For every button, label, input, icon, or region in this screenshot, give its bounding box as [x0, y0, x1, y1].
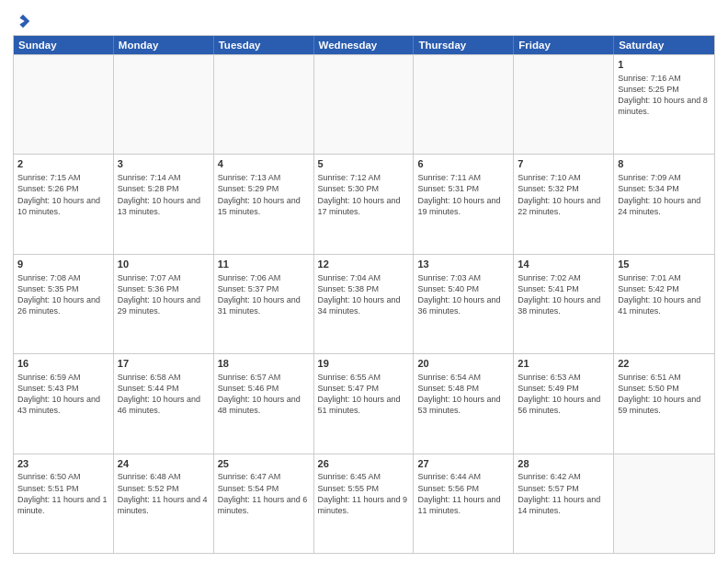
day-cell-5: 5Sunrise: 7:12 AM Sunset: 5:30 PM Daylig… — [314, 155, 415, 253]
day-number: 24 — [118, 457, 210, 471]
day-number: 28 — [518, 457, 609, 471]
day-info: Sunrise: 7:10 AM Sunset: 5:32 PM Dayligh… — [518, 172, 609, 217]
calendar-row-1: 1Sunrise: 7:16 AM Sunset: 5:25 PM Daylig… — [14, 54, 714, 154]
day-cell-17: 17Sunrise: 6:58 AM Sunset: 5:44 PM Dayli… — [114, 354, 214, 453]
day-cell-21: 21Sunrise: 6:53 AM Sunset: 5:49 PM Dayli… — [514, 354, 614, 453]
day-number: 3 — [118, 157, 210, 171]
day-info: Sunrise: 6:50 AM Sunset: 5:51 PM Dayligh… — [17, 471, 109, 516]
day-cell-3: 3Sunrise: 7:14 AM Sunset: 5:28 PM Daylig… — [114, 155, 214, 253]
day-info: Sunrise: 7:03 AM Sunset: 5:40 PM Dayligh… — [417, 272, 509, 317]
day-info: Sunrise: 6:57 AM Sunset: 5:46 PM Dayligh… — [218, 372, 310, 417]
day-cell-2: 2Sunrise: 7:15 AM Sunset: 5:26 PM Daylig… — [14, 155, 114, 253]
day-info: Sunrise: 7:09 AM Sunset: 5:34 PM Dayligh… — [618, 172, 711, 217]
day-number: 19 — [318, 357, 410, 371]
logo-text — [13, 13, 31, 29]
empty-cell-0-2 — [214, 55, 314, 154]
day-info: Sunrise: 6:47 AM Sunset: 5:54 PM Dayligh… — [218, 471, 310, 516]
day-number: 2 — [17, 157, 109, 171]
day-cell-13: 13Sunrise: 7:03 AM Sunset: 5:40 PM Dayli… — [414, 255, 514, 353]
day-info: Sunrise: 6:42 AM Sunset: 5:57 PM Dayligh… — [518, 471, 609, 516]
calendar-row-2: 2Sunrise: 7:15 AM Sunset: 5:26 PM Daylig… — [14, 154, 714, 253]
weekday-header-saturday: Saturday — [614, 36, 714, 54]
empty-cell-0-1 — [114, 55, 214, 154]
day-number: 7 — [518, 157, 609, 171]
day-info: Sunrise: 7:08 AM Sunset: 5:35 PM Dayligh… — [17, 272, 109, 317]
day-info: Sunrise: 7:14 AM Sunset: 5:28 PM Dayligh… — [118, 172, 210, 217]
day-cell-9: 9Sunrise: 7:08 AM Sunset: 5:35 PM Daylig… — [14, 255, 114, 353]
calendar: SundayMondayTuesdayWednesdayThursdayFrid… — [13, 35, 715, 554]
day-cell-10: 10Sunrise: 7:07 AM Sunset: 5:36 PM Dayli… — [114, 255, 214, 353]
day-cell-4: 4Sunrise: 7:13 AM Sunset: 5:29 PM Daylig… — [214, 155, 314, 253]
weekday-header-wednesday: Wednesday — [314, 36, 415, 54]
day-number: 12 — [318, 258, 410, 271]
day-info: Sunrise: 7:11 AM Sunset: 5:31 PM Dayligh… — [417, 172, 509, 217]
day-number: 6 — [417, 157, 509, 171]
day-info: Sunrise: 6:51 AM Sunset: 5:50 PM Dayligh… — [618, 372, 711, 417]
day-number: 22 — [618, 357, 711, 371]
day-cell-27: 27Sunrise: 6:44 AM Sunset: 5:56 PM Dayli… — [414, 454, 514, 553]
day-info: Sunrise: 6:53 AM Sunset: 5:49 PM Dayligh… — [518, 372, 609, 417]
day-info: Sunrise: 7:12 AM Sunset: 5:30 PM Dayligh… — [318, 172, 410, 217]
day-cell-23: 23Sunrise: 6:50 AM Sunset: 5:51 PM Dayli… — [14, 454, 114, 553]
weekday-header-sunday: Sunday — [14, 36, 114, 54]
weekday-header-thursday: Thursday — [414, 36, 514, 54]
calendar-row-3: 9Sunrise: 7:08 AM Sunset: 5:35 PM Daylig… — [14, 254, 714, 353]
day-cell-1: 1Sunrise: 7:16 AM Sunset: 5:25 PM Daylig… — [614, 55, 714, 154]
day-info: Sunrise: 7:06 AM Sunset: 5:37 PM Dayligh… — [218, 272, 310, 317]
calendar-row-4: 16Sunrise: 6:59 AM Sunset: 5:43 PM Dayli… — [14, 353, 714, 453]
calendar-row-5: 23Sunrise: 6:50 AM Sunset: 5:51 PM Dayli… — [14, 454, 714, 553]
day-info: Sunrise: 7:07 AM Sunset: 5:36 PM Dayligh… — [118, 272, 210, 317]
day-info: Sunrise: 6:45 AM Sunset: 5:55 PM Dayligh… — [318, 471, 410, 516]
calendar-body: 1Sunrise: 7:16 AM Sunset: 5:25 PM Daylig… — [14, 54, 714, 553]
day-number: 27 — [417, 457, 509, 471]
day-info: Sunrise: 7:15 AM Sunset: 5:26 PM Dayligh… — [17, 172, 109, 217]
day-info: Sunrise: 6:54 AM Sunset: 5:48 PM Dayligh… — [417, 372, 509, 417]
day-info: Sunrise: 6:55 AM Sunset: 5:47 PM Dayligh… — [318, 372, 410, 417]
day-number: 10 — [118, 258, 210, 271]
day-number: 9 — [17, 258, 109, 271]
header — [13, 9, 715, 29]
empty-cell-0-0 — [14, 55, 114, 154]
day-info: Sunrise: 6:59 AM Sunset: 5:43 PM Dayligh… — [17, 372, 109, 417]
day-cell-14: 14Sunrise: 7:02 AM Sunset: 5:41 PM Dayli… — [514, 255, 614, 353]
calendar-header: SundayMondayTuesdayWednesdayThursdayFrid… — [14, 36, 714, 54]
empty-cell-4-6 — [614, 454, 714, 553]
day-number: 15 — [618, 258, 711, 271]
day-number: 14 — [518, 258, 609, 271]
weekday-header-friday: Friday — [514, 36, 614, 54]
day-cell-26: 26Sunrise: 6:45 AM Sunset: 5:55 PM Dayli… — [314, 454, 415, 553]
day-number: 26 — [318, 457, 410, 471]
day-cell-28: 28Sunrise: 6:42 AM Sunset: 5:57 PM Dayli… — [514, 454, 614, 553]
day-number: 20 — [417, 357, 509, 371]
day-info: Sunrise: 7:02 AM Sunset: 5:41 PM Dayligh… — [518, 272, 609, 317]
day-number: 13 — [417, 258, 509, 271]
day-cell-16: 16Sunrise: 6:59 AM Sunset: 5:43 PM Dayli… — [14, 354, 114, 453]
day-number: 8 — [618, 157, 711, 171]
day-info: Sunrise: 7:16 AM Sunset: 5:25 PM Dayligh… — [618, 73, 711, 118]
svg-marker-0 — [19, 15, 29, 28]
day-number: 18 — [218, 357, 310, 371]
day-cell-12: 12Sunrise: 7:04 AM Sunset: 5:38 PM Dayli… — [314, 255, 415, 353]
day-info: Sunrise: 7:13 AM Sunset: 5:29 PM Dayligh… — [218, 172, 310, 217]
day-number: 5 — [318, 157, 410, 171]
day-cell-24: 24Sunrise: 6:48 AM Sunset: 5:52 PM Dayli… — [114, 454, 214, 553]
day-number: 11 — [218, 258, 310, 271]
day-cell-7: 7Sunrise: 7:10 AM Sunset: 5:32 PM Daylig… — [514, 155, 614, 253]
day-info: Sunrise: 7:04 AM Sunset: 5:38 PM Dayligh… — [318, 272, 410, 317]
logo — [13, 13, 31, 29]
page: SundayMondayTuesdayWednesdayThursdayFrid… — [0, 0, 728, 563]
day-number: 23 — [17, 457, 109, 471]
day-cell-6: 6Sunrise: 7:11 AM Sunset: 5:31 PM Daylig… — [414, 155, 514, 253]
day-cell-11: 11Sunrise: 7:06 AM Sunset: 5:37 PM Dayli… — [214, 255, 314, 353]
day-number: 25 — [218, 457, 310, 471]
weekday-header-monday: Monday — [114, 36, 214, 54]
empty-cell-0-3 — [314, 55, 415, 154]
weekday-header-tuesday: Tuesday — [214, 36, 314, 54]
day-number: 21 — [518, 357, 609, 371]
day-cell-8: 8Sunrise: 7:09 AM Sunset: 5:34 PM Daylig… — [614, 155, 714, 253]
day-cell-18: 18Sunrise: 6:57 AM Sunset: 5:46 PM Dayli… — [214, 354, 314, 453]
day-info: Sunrise: 6:44 AM Sunset: 5:56 PM Dayligh… — [417, 471, 509, 516]
day-cell-22: 22Sunrise: 6:51 AM Sunset: 5:50 PM Dayli… — [614, 354, 714, 453]
day-cell-15: 15Sunrise: 7:01 AM Sunset: 5:42 PM Dayli… — [614, 255, 714, 353]
day-cell-25: 25Sunrise: 6:47 AM Sunset: 5:54 PM Dayli… — [214, 454, 314, 553]
